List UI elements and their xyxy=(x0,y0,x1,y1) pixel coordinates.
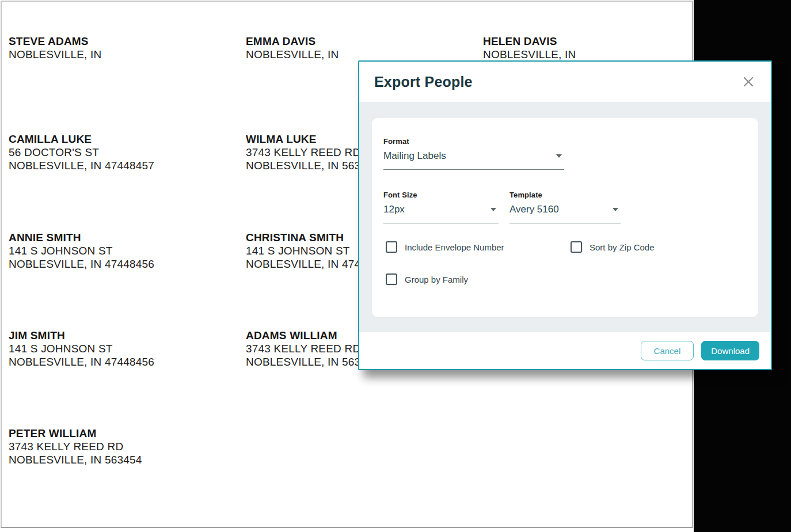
screen: STEVE ADAMS NOBLESVILLE, IN EMMA DAVIS N… xyxy=(0,0,791,532)
format-select[interactable]: Mailing Labels xyxy=(383,150,564,170)
label-line: NOBLESVILLE, IN xyxy=(246,48,476,61)
label-name: ANNIE SMITH xyxy=(9,231,239,244)
font-size-select-value: 12px xyxy=(383,203,405,215)
template-select-value: Avery 5160 xyxy=(509,203,559,215)
label-name: CAMILLA LUKE xyxy=(9,132,239,146)
format-label: Format xyxy=(383,137,409,146)
template-select[interactable]: Avery 5160 xyxy=(509,203,621,223)
font-size-select[interactable]: 12px xyxy=(383,203,499,223)
label-name: JIM SMITH xyxy=(9,329,239,342)
label-name: STEVE ADAMS xyxy=(9,35,239,48)
mailing-label: PETER WILLIAM 3743 KELLY REED RD NOBLESV… xyxy=(9,427,239,466)
mailing-label: CAMILLA LUKE 56 DOCTOR'S ST NOBLESVILLE,… xyxy=(9,132,239,172)
dialog-header: Export People xyxy=(359,62,771,102)
format-select-value: Mailing Labels xyxy=(383,150,446,162)
label-line: NOBLESVILLE, IN 47448456 xyxy=(9,257,239,271)
chevron-down-icon xyxy=(490,208,496,211)
mailing-label: JIM SMITH 141 S JOHNSON ST NOBLESVILLE, … xyxy=(9,329,239,368)
checkbox-row: Group by Family xyxy=(386,273,468,285)
font-size-label: Font Size xyxy=(383,191,417,199)
label-line: NOBLESVILLE, IN 563454 xyxy=(9,453,239,466)
chevron-down-icon xyxy=(556,154,562,158)
label-line: NOBLESVILLE, IN 47448457 xyxy=(9,159,239,172)
chevron-down-icon xyxy=(613,208,618,211)
export-options-card: Format Mailing Labels Font Size 12px Tem… xyxy=(372,118,758,317)
cancel-button[interactable]: Cancel xyxy=(641,341,694,360)
dialog-footer: Cancel Download xyxy=(359,332,771,369)
sort-by-zip-code-checkbox[interactable] xyxy=(571,241,582,253)
label-line: NOBLESVILLE, IN 47448456 xyxy=(9,355,239,368)
group-by-family-checkbox[interactable] xyxy=(386,273,397,285)
checkbox-row: Sort by Zip Code xyxy=(571,241,655,253)
close-icon[interactable] xyxy=(740,73,757,90)
label-line: NOBLESVILLE, IN xyxy=(483,48,713,61)
checkbox-row: Include Envelope Number xyxy=(386,241,504,253)
checkbox-label: Include Envelope Number xyxy=(405,242,504,252)
label-name: HELEN DAVIS xyxy=(483,35,713,48)
label-line: 3743 KELLY REED RD xyxy=(9,440,239,453)
label-line: 141 S JOHNSON ST xyxy=(9,342,239,355)
checkbox-label: Sort by Zip Code xyxy=(590,242,655,252)
label-name: EMMA DAVIS xyxy=(246,35,476,48)
label-line: NOBLESVILLE, IN xyxy=(9,48,239,61)
mailing-label: STEVE ADAMS NOBLESVILLE, IN xyxy=(9,35,239,74)
dialog-title: Export People xyxy=(374,74,473,90)
mailing-label: ANNIE SMITH 141 S JOHNSON ST NOBLESVILLE… xyxy=(9,231,239,271)
checkbox-label: Group by Family xyxy=(405,275,468,284)
label-line: 141 S JOHNSON ST xyxy=(9,244,239,257)
template-label: Template xyxy=(509,191,542,199)
label-name: PETER WILLIAM xyxy=(9,427,239,440)
include-envelope-number-checkbox[interactable] xyxy=(386,241,397,253)
label-line xyxy=(9,61,239,74)
label-line: 56 DOCTOR'S ST xyxy=(9,146,239,159)
dialog-body: Format Mailing Labels Font Size 12px Tem… xyxy=(359,102,771,332)
export-people-dialog: Export People Format Mailing Labels Font… xyxy=(358,60,772,370)
download-button[interactable]: Download xyxy=(701,341,759,360)
